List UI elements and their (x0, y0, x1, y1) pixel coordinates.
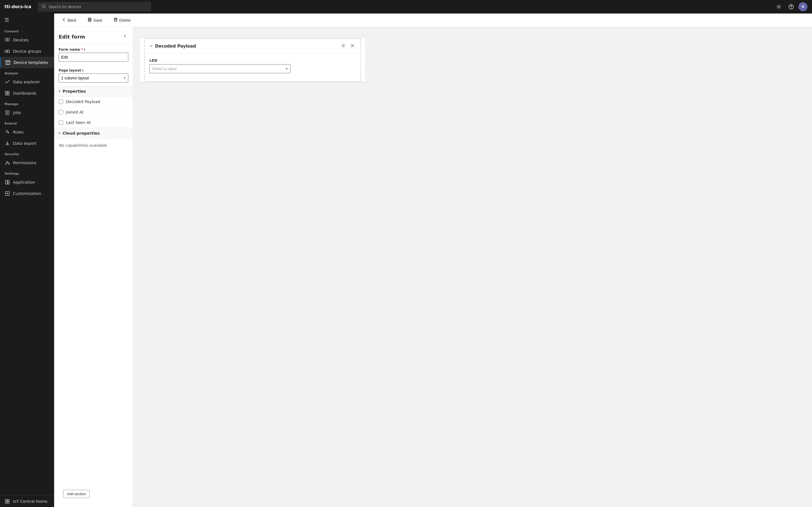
sidebar-item-permissions[interactable]: Permissions (0, 157, 54, 168)
back-icon (62, 18, 66, 22)
no-capabilities-message: No capabilities available (54, 138, 133, 152)
svg-rect-7 (5, 50, 7, 52)
svg-point-0 (42, 4, 45, 7)
svg-point-6 (7, 39, 8, 40)
rules-icon (4, 129, 10, 135)
sidebar-item-data-export[interactable]: Data export (0, 138, 54, 149)
sidebar-item-data-explorer[interactable]: Data explorer (0, 76, 54, 88)
menu-icon: ☰ (4, 17, 9, 23)
customization-icon (4, 191, 10, 196)
preview-settings-button[interactable] (340, 42, 347, 50)
cloud-properties-section-header[interactable]: ▾ Cloud properties (54, 128, 133, 138)
preview-close-button[interactable] (349, 42, 356, 50)
joined-at-checkbox-item: Joined At (54, 107, 133, 117)
page-layout-select-wrapper: 1 column layout 2 column layout 3 column… (59, 73, 128, 82)
right-panel: Decoded Payload (133, 27, 812, 507)
form-name-label: Form name (59, 48, 80, 52)
form-name-field: Form name * ℹ (54, 44, 133, 65)
svg-point-2 (778, 6, 779, 8)
svg-rect-33 (89, 20, 91, 21)
iot-central-home-icon (4, 499, 10, 504)
save-button[interactable]: Save (86, 17, 105, 24)
properties-section-header[interactable]: ▾ Properties (54, 86, 133, 97)
sidebar-item-iot-central-home[interactable]: IoT Central Home (0, 496, 54, 507)
sidebar-item-jobs[interactable]: Jobs (0, 107, 54, 118)
preview-section-body: LED Select a value ▾ (145, 54, 360, 81)
sidebar-section-security: Security (0, 149, 54, 157)
svg-point-21 (6, 161, 8, 163)
svg-rect-32 (89, 18, 91, 19)
sidebar-item-rules[interactable]: Rules (0, 126, 54, 138)
cloud-properties-chevron-icon: ▾ (59, 131, 60, 135)
preview-section-chevron-icon (149, 44, 153, 48)
page-layout-field: Page layout ℹ 1 column layout 2 column l… (54, 65, 133, 86)
sidebar-item-dashboards[interactable]: Dashboards (0, 88, 54, 99)
search-input[interactable] (49, 4, 147, 9)
search-icon (42, 4, 46, 10)
sidebar-item-customization[interactable]: Customization (0, 188, 54, 199)
preview-section-name: Decoded Payload (155, 44, 196, 49)
jobs-icon (4, 110, 10, 115)
device-templates-icon (5, 60, 11, 65)
preview-decoded-payload-section: Decoded Payload (144, 38, 361, 82)
left-panel-header: Edit form (54, 27, 133, 44)
avatar[interactable]: U (799, 2, 808, 11)
last-seen-at-checkbox[interactable] (59, 120, 63, 125)
app: tti-docs-ica U ☰ Connect (0, 0, 812, 507)
svg-line-1 (45, 7, 46, 8)
data-explorer-icon (4, 79, 10, 85)
sidebar-item-application[interactable]: Application (0, 177, 54, 188)
svg-point-4 (791, 8, 792, 8)
content-area: Back Save Delete (54, 13, 812, 507)
close-panel-button[interactable] (121, 33, 128, 41)
preview-led-label: LED (149, 58, 356, 62)
svg-rect-16 (8, 94, 9, 95)
properties-chevron-icon: ▾ (59, 89, 60, 93)
help-icon-button[interactable] (786, 2, 796, 12)
data-export-icon (4, 140, 10, 146)
svg-rect-28 (8, 499, 9, 501)
device-groups-icon (4, 48, 10, 54)
preview-section-title-area: Decoded Payload (149, 44, 196, 49)
preview-select-wrapper: Select a value ▾ (149, 64, 290, 73)
svg-rect-35 (114, 19, 117, 21)
sidebar-section-manage: Manage (0, 99, 54, 107)
last-seen-at-label: Last Seen At (66, 120, 91, 125)
svg-rect-8 (8, 50, 10, 52)
add-section-button[interactable]: Add section (63, 490, 90, 498)
topbar-actions: U (774, 2, 808, 12)
preview-led-select[interactable]: Select a value (149, 64, 290, 73)
decoded-payload-checkbox[interactable] (59, 100, 63, 104)
svg-point-36 (343, 45, 344, 46)
app-logo: tti-docs-ica (4, 4, 31, 9)
form-name-info-icon[interactable]: ℹ (84, 48, 86, 52)
sidebar-section-connect: Connect (0, 26, 54, 34)
form-name-input[interactable] (59, 53, 128, 62)
properties-section-title: Properties (63, 89, 86, 94)
permissions-icon (4, 160, 10, 166)
page-layout-label: Page layout (59, 68, 81, 72)
last-seen-at-checkbox-item: Last Seen At (54, 117, 133, 128)
edit-area: Edit form Form name * ℹ (54, 27, 812, 507)
back-button[interactable]: Back (60, 17, 79, 24)
sidebar-item-devices[interactable]: Devices (0, 34, 54, 46)
delete-button[interactable]: Delete (111, 17, 133, 24)
joined-at-label: Joined At (66, 110, 84, 114)
svg-rect-25 (8, 183, 9, 184)
search-bar[interactable] (38, 2, 151, 11)
toolbar: Back Save Delete (54, 13, 812, 27)
page-layout-info-icon[interactable]: ℹ (82, 68, 84, 72)
joined-at-checkbox[interactable] (59, 110, 63, 114)
sidebar-toggle[interactable]: ☰ (0, 13, 54, 26)
page-layout-select[interactable]: 1 column layout 2 column layout 3 column… (59, 73, 128, 82)
topbar: tti-docs-ica U (0, 0, 812, 13)
sidebar-item-device-groups[interactable]: Device groups (0, 46, 54, 57)
sidebar-item-device-templates[interactable]: Device templates (0, 57, 54, 68)
svg-rect-23 (5, 180, 7, 184)
preview-card: Decoded Payload (140, 38, 365, 82)
edit-form-title: Edit form (59, 34, 85, 40)
application-icon (4, 179, 10, 185)
svg-rect-13 (5, 91, 7, 93)
settings-icon-button[interactable] (774, 2, 784, 12)
decoded-payload-checkbox-item: Decoded Payload (54, 97, 133, 107)
